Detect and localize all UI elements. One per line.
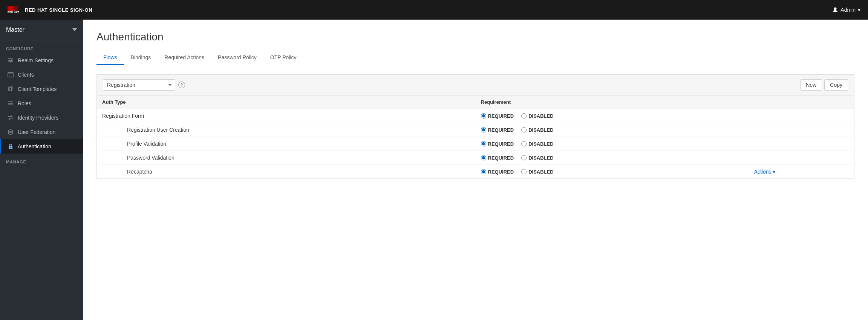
- sidebar-item-clients[interactable]: Clients: [0, 68, 83, 82]
- disabled-radio[interactable]: [521, 155, 527, 160]
- tab-password-policy[interactable]: Password Policy: [211, 51, 263, 65]
- required-radio[interactable]: [481, 113, 486, 118]
- table-row: Recaptcha REQUIRED DISABLED: [97, 165, 854, 179]
- sidebar-item-roles-label: Roles: [18, 100, 31, 106]
- required-radio[interactable]: [481, 155, 486, 160]
- page-title: Authentication: [96, 31, 854, 43]
- brand-logo: RED HAT RED HAT SINGLE SIGN-ON: [8, 6, 92, 14]
- actions-cell[interactable]: Actions ▾: [749, 165, 854, 179]
- realm-name: Master: [6, 26, 24, 33]
- manage-section-title: Manage: [0, 154, 83, 166]
- copy-button[interactable]: Copy: [824, 79, 848, 91]
- sidebar-item-roles[interactable]: Roles: [0, 96, 83, 111]
- required-radio-label[interactable]: REQUIRED: [481, 155, 514, 161]
- svg-rect-8: [11, 60, 12, 62]
- table-row: Profile Validation REQUIRED DISABLED: [97, 137, 854, 151]
- flows-toolbar-right: New Copy: [800, 79, 848, 91]
- svg-rect-16: [8, 102, 13, 102]
- col-auth-type: Auth Type: [97, 95, 476, 109]
- disabled-radio-label[interactable]: DISABLED: [521, 141, 553, 147]
- required-radio-label[interactable]: REQUIRED: [481, 113, 514, 119]
- actions-cell: [749, 109, 854, 123]
- realm-chevron-icon: [72, 28, 77, 31]
- disabled-radio-label[interactable]: DISABLED: [521, 127, 553, 133]
- requirement-cell: REQUIRED DISABLED: [476, 109, 749, 123]
- table-header-row: Auth Type Requirement: [97, 95, 854, 109]
- sidebar-item-user-federation[interactable]: User Federation: [0, 125, 83, 139]
- requirement-cell: REQUIRED DISABLED: [476, 151, 749, 165]
- table-head: Auth Type Requirement: [97, 95, 854, 109]
- help-icon[interactable]: ?: [178, 82, 185, 88]
- required-radio-label[interactable]: REQUIRED: [481, 169, 514, 175]
- disabled-radio-label[interactable]: DISABLED: [521, 113, 553, 119]
- flows-toolbar: Registration Browser Direct Grant Reset …: [96, 74, 854, 95]
- configure-section-title: Configure: [0, 40, 83, 53]
- list-icon: [7, 100, 14, 107]
- svg-rect-12: [9, 73, 9, 73]
- disabled-radio[interactable]: [521, 127, 527, 132]
- svg-rect-11: [8, 74, 13, 74]
- user-menu[interactable]: Admin ▾: [832, 7, 860, 13]
- svg-point-19: [8, 130, 13, 131]
- redhat-logo-icon: RED HAT: [8, 6, 23, 14]
- exchange-icon: [7, 114, 14, 121]
- user-icon: [832, 7, 838, 13]
- svg-rect-7: [9, 58, 9, 60]
- actions-cell: [749, 137, 854, 151]
- disabled-radio[interactable]: [521, 113, 527, 118]
- page-layout: Master Configure Realm Settings: [0, 20, 868, 320]
- requirement-cell: REQUIRED DISABLED: [476, 165, 749, 179]
- new-button[interactable]: New: [800, 79, 822, 91]
- sidebar-item-clients-label: Clients: [18, 72, 34, 78]
- auth-type-cell: Registration Form: [97, 109, 476, 123]
- table-row: Registration User Creation REQUIRED DISA…: [97, 123, 854, 137]
- top-navbar: RED HAT RED HAT SINGLE SIGN-ON Admin ▾: [0, 0, 868, 20]
- svg-rect-17: [8, 103, 13, 104]
- required-radio[interactable]: [481, 127, 486, 132]
- tab-flows[interactable]: Flows: [96, 51, 124, 65]
- auth-type-cell: Profile Validation: [97, 137, 476, 151]
- required-radio-label[interactable]: REQUIRED: [481, 127, 514, 133]
- svg-point-21: [10, 147, 11, 148]
- svg-rect-5: [8, 60, 13, 61]
- sidebar-item-client-templates-label: Client Templates: [18, 86, 57, 92]
- table-body: Registration Form REQUIRED DISABLED: [97, 109, 854, 179]
- disabled-radio-label[interactable]: DISABLED: [521, 155, 553, 161]
- actions-cell: [749, 123, 854, 137]
- tab-required-actions[interactable]: Required Actions: [158, 51, 211, 65]
- required-radio[interactable]: [481, 141, 486, 146]
- user-chevron: ▾: [858, 7, 860, 13]
- required-radio[interactable]: [481, 169, 486, 174]
- sidebar: Master Configure Realm Settings: [0, 20, 83, 320]
- actions-cell: [749, 151, 854, 165]
- flow-selector[interactable]: Registration Browser Direct Grant Reset …: [103, 79, 175, 91]
- auth-type-cell: Recaptcha: [97, 165, 476, 179]
- table-row: Password Validation REQUIRED DISABLED: [97, 151, 854, 165]
- tab-otp-policy[interactable]: OTP Policy: [263, 51, 303, 65]
- sidebar-item-realm-settings-label: Realm Settings: [18, 57, 54, 63]
- sidebar-item-client-templates[interactable]: Client Templates: [0, 82, 83, 96]
- database-icon: [7, 129, 14, 135]
- actions-dropdown[interactable]: Actions ▾: [754, 169, 849, 175]
- table-row: Registration Form REQUIRED DISABLED: [97, 109, 854, 123]
- sidebar-item-identity-providers[interactable]: Identity Providers: [0, 111, 83, 125]
- sidebar-item-authentication[interactable]: Authentication: [0, 139, 83, 154]
- sidebar-item-identity-providers-label: Identity Providers: [18, 115, 58, 121]
- sliders-icon: [7, 57, 14, 64]
- svg-rect-18: [8, 105, 13, 105]
- requirement-cell: REQUIRED DISABLED: [476, 123, 749, 137]
- lock-icon: [7, 143, 14, 150]
- tabs-bar: Flows Bindings Required Actions Password…: [96, 51, 854, 65]
- flows-toolbar-left: Registration Browser Direct Grant Reset …: [103, 79, 185, 91]
- col-requirement: Requirement: [476, 95, 749, 109]
- app-title: RED HAT SINGLE SIGN-ON: [25, 7, 92, 13]
- files-icon: [7, 86, 14, 92]
- disabled-radio[interactable]: [521, 141, 527, 146]
- disabled-radio[interactable]: [521, 169, 527, 174]
- tab-bindings[interactable]: Bindings: [124, 51, 158, 65]
- sidebar-item-realm-settings[interactable]: Realm Settings: [0, 53, 83, 68]
- disabled-radio-label[interactable]: DISABLED: [521, 169, 553, 175]
- auth-flows-table: Auth Type Requirement Registration Form: [96, 95, 854, 179]
- realm-selector[interactable]: Master: [0, 20, 83, 40]
- required-radio-label[interactable]: REQUIRED: [481, 141, 514, 147]
